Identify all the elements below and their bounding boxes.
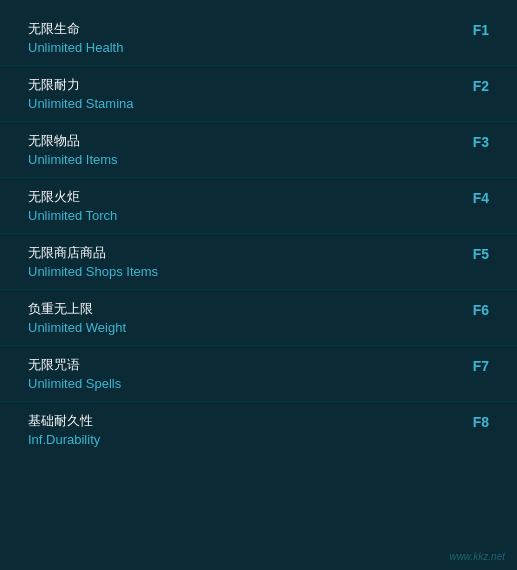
item-text: 无限耐力Unlimited Stamina (28, 76, 134, 111)
menu-item[interactable]: 无限咒语Unlimited SpellsF7 (0, 346, 517, 402)
item-key: F4 (473, 188, 489, 206)
item-key: F6 (473, 300, 489, 318)
item-english: Unlimited Spells (28, 376, 121, 391)
menu-item[interactable]: 无限生命Unlimited HealthF1 (0, 10, 517, 66)
item-key: F1 (473, 20, 489, 38)
menu-list: 无限生命Unlimited HealthF1无限耐力Unlimited Stam… (0, 0, 517, 467)
item-chinese: 无限商店商品 (28, 244, 158, 262)
item-key: F3 (473, 132, 489, 150)
item-chinese: 无限火炬 (28, 188, 117, 206)
item-english: Unlimited Weight (28, 320, 126, 335)
item-text: 无限火炬Unlimited Torch (28, 188, 117, 223)
menu-item[interactable]: 负重无上限Unlimited WeightF6 (0, 290, 517, 346)
menu-item[interactable]: 无限火炬Unlimited TorchF4 (0, 178, 517, 234)
item-chinese: 负重无上限 (28, 300, 126, 318)
item-chinese: 无限物品 (28, 132, 118, 150)
watermark: www.kkz.net (449, 551, 505, 562)
item-english: Unlimited Stamina (28, 96, 134, 111)
item-chinese: 无限耐力 (28, 76, 134, 94)
item-text: 无限咒语Unlimited Spells (28, 356, 121, 391)
item-key: F5 (473, 244, 489, 262)
item-key: F7 (473, 356, 489, 374)
item-english: Unlimited Shops Items (28, 264, 158, 279)
item-text: 无限物品Unlimited Items (28, 132, 118, 167)
menu-item[interactable]: 无限物品Unlimited ItemsF3 (0, 122, 517, 178)
item-english: Unlimited Items (28, 152, 118, 167)
item-key: F2 (473, 76, 489, 94)
item-chinese: 无限生命 (28, 20, 123, 38)
item-english: Unlimited Torch (28, 208, 117, 223)
item-text: 无限商店商品Unlimited Shops Items (28, 244, 158, 279)
item-english: Inf.Durability (28, 432, 100, 447)
item-text: 基础耐久性Inf.Durability (28, 412, 100, 447)
item-key: F8 (473, 412, 489, 430)
item-chinese: 基础耐久性 (28, 412, 100, 430)
item-text: 无限生命Unlimited Health (28, 20, 123, 55)
menu-item[interactable]: 无限耐力Unlimited StaminaF2 (0, 66, 517, 122)
item-english: Unlimited Health (28, 40, 123, 55)
menu-item[interactable]: 无限商店商品Unlimited Shops ItemsF5 (0, 234, 517, 290)
menu-item[interactable]: 基础耐久性Inf.DurabilityF8 (0, 402, 517, 457)
item-text: 负重无上限Unlimited Weight (28, 300, 126, 335)
item-chinese: 无限咒语 (28, 356, 121, 374)
